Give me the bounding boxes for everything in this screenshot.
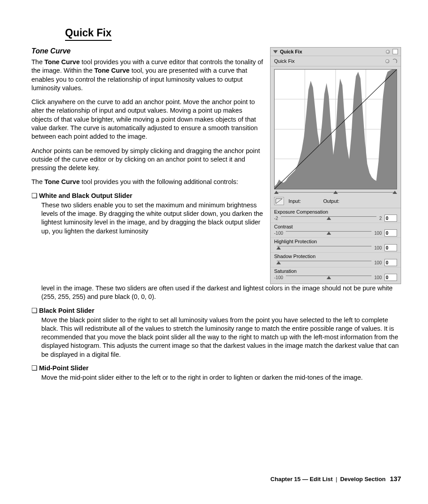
slider-max: 100 bbox=[374, 245, 382, 250]
slider-handle[interactable] bbox=[327, 232, 331, 235]
slider-value-input[interactable] bbox=[384, 229, 397, 237]
control-contrast: Contrast-100100 bbox=[271, 223, 401, 238]
footer-section: Develop Section bbox=[340, 476, 385, 482]
control-shadow-protection: Shadow Protection100 bbox=[271, 253, 401, 267]
slider-handle[interactable] bbox=[327, 217, 331, 220]
panel-subheader: Quick Fix bbox=[271, 56, 401, 66]
slider-value-input[interactable] bbox=[384, 274, 397, 281]
text: The bbox=[31, 58, 44, 66]
term: Tone Curve bbox=[44, 178, 80, 185]
white-point-handle[interactable] bbox=[393, 191, 397, 194]
slider-max: 100 bbox=[374, 260, 382, 265]
black-point-handle[interactable] bbox=[274, 191, 279, 194]
footer-chapter: Chapter 15 — Edit List bbox=[271, 476, 333, 482]
paragraph-2: Click anywhere on the curve to add an an… bbox=[31, 98, 264, 141]
slider-rail[interactable] bbox=[286, 230, 371, 236]
output-label: Output: bbox=[323, 198, 340, 204]
text: The bbox=[31, 178, 44, 185]
paragraph-4: The Tone Curve tool provides you with th… bbox=[31, 178, 264, 186]
input-output-row: Input: Output: bbox=[271, 195, 401, 208]
control-label: Saturation bbox=[274, 268, 397, 274]
status-dot-icon[interactable] bbox=[385, 59, 389, 63]
slider-max: 2 bbox=[379, 216, 382, 221]
reset-icon[interactable] bbox=[392, 59, 397, 64]
panel-title: Quick Fix bbox=[280, 49, 384, 54]
paragraph-3: Anchor points can be removed by simply c… bbox=[31, 147, 264, 173]
bullet-head-1: White and Black Output Slider bbox=[31, 192, 264, 199]
mid-point-handle[interactable] bbox=[333, 191, 338, 194]
slider-value-input[interactable] bbox=[384, 244, 397, 251]
slider-max: 100 bbox=[374, 275, 382, 280]
term: Tone Curve bbox=[44, 58, 80, 66]
bullet-body-2: Move the black point slider to the right… bbox=[41, 316, 401, 359]
control-highlight-protection: Highlight Protection100 bbox=[271, 238, 401, 253]
bullet-body-3: Move the mid-point slider either to the … bbox=[41, 373, 401, 382]
slider-handle[interactable] bbox=[327, 276, 331, 279]
control-saturation: Saturation-100100 bbox=[271, 267, 401, 284]
term: Tone Curve bbox=[94, 67, 130, 74]
page-number: 137 bbox=[390, 475, 401, 482]
control-label: Contrast bbox=[274, 224, 397, 229]
control-label: Shadow Protection bbox=[274, 254, 397, 259]
slider-min: -2 bbox=[274, 216, 278, 221]
slider-min: -100 bbox=[274, 275, 283, 280]
checkbox[interactable] bbox=[393, 49, 398, 54]
slider-rail[interactable] bbox=[286, 275, 371, 280]
bullet-head-2: Black Point Slider bbox=[31, 307, 401, 314]
slider-handle[interactable] bbox=[276, 246, 281, 250]
black-white-point-slider[interactable] bbox=[274, 190, 397, 195]
page-title: Quick Fix bbox=[65, 27, 112, 41]
slider-max: 100 bbox=[374, 231, 382, 236]
slider-rail[interactable] bbox=[277, 260, 371, 265]
svg-line-6 bbox=[276, 199, 283, 204]
control-label: Highlight Protection bbox=[274, 239, 397, 244]
slider-rail[interactable] bbox=[277, 245, 371, 250]
bullet-head-3: Mid-Point Slider bbox=[31, 364, 401, 372]
tone-curve-editor[interactable] bbox=[274, 69, 397, 189]
collapse-icon[interactable] bbox=[273, 50, 278, 53]
slider-handle[interactable] bbox=[276, 261, 281, 264]
slider-min: -100 bbox=[274, 231, 283, 236]
paragraph-1: The Tone Curve tool provides you with a … bbox=[31, 58, 264, 92]
input-label: Input: bbox=[288, 198, 301, 204]
text: tool provides you with the following add… bbox=[80, 178, 238, 185]
panel-subtitle: Quick Fix bbox=[274, 58, 384, 64]
slider-value-input[interactable] bbox=[384, 259, 397, 266]
bullet-body-1-partial: These two sliders enable you to set the … bbox=[41, 201, 264, 236]
slider-value-input[interactable] bbox=[384, 215, 397, 222]
slider-rail[interactable] bbox=[281, 215, 377, 221]
quick-fix-panel: Quick Fix Quick Fix bbox=[270, 47, 401, 284]
page-footer: Chapter 15 — Edit List | Develop Section… bbox=[271, 475, 401, 482]
bullet-body-1-cont: level in the image. These two sliders ar… bbox=[41, 284, 401, 302]
curve-mode-button[interactable] bbox=[274, 197, 284, 205]
control-exposure-compensation: Exposure Compensation-22 bbox=[271, 208, 401, 223]
section-subhead: Tone Curve bbox=[31, 47, 264, 55]
panel-header[interactable]: Quick Fix bbox=[271, 48, 401, 56]
control-label: Exposure Compensation bbox=[274, 209, 397, 215]
status-dot-icon[interactable] bbox=[386, 50, 390, 54]
